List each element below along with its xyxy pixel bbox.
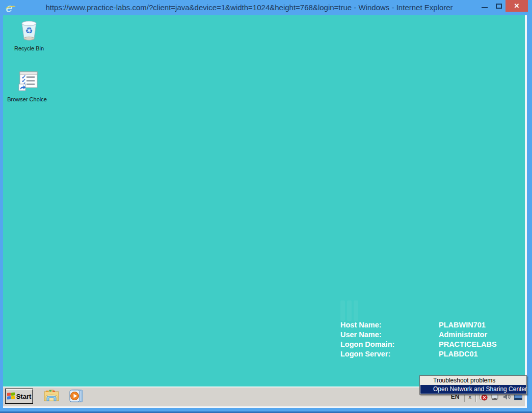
bginfo-value: PLABWIN701 (439, 320, 486, 330)
desktop-icon-label: Recycle Bin (7, 45, 51, 51)
bginfo-label: User Name: (340, 330, 439, 340)
desktop-icon-browser-choice[interactable]: ✓ ✓ ✓ Browser Choice (5, 69, 49, 102)
window-edge-bottom (3, 406, 527, 408)
maximize-icon (496, 4, 502, 9)
internet-explorer-icon[interactable]: e (5, 2, 16, 14)
windows-explorer-icon[interactable] (43, 389, 60, 406)
bginfo-label: Logon Server: (340, 349, 439, 359)
svg-text:♻: ♻ (25, 26, 33, 36)
recycle-bin-icon: ♻ (17, 18, 41, 45)
bginfo-row: User Name: Administrator (340, 330, 497, 340)
bginfo-label: Host Name: (340, 320, 439, 330)
desktop-icon-recycle-bin[interactable]: ♻ Recycle Bin (7, 18, 51, 51)
start-button-label: Start (16, 393, 32, 400)
menu-item-open-network-sharing-center[interactable]: Open Network and Sharing Center (420, 385, 526, 394)
close-button[interactable]: ✕ (506, 0, 528, 12)
bginfo-row: Logon Domain: PRACTICELABS (340, 340, 497, 349)
window-title: https://www.practice-labs.com/?client=ja… (26, 0, 472, 15)
bginfo-row: Host Name: PLABWIN701 (340, 320, 497, 330)
minimize-button[interactable] (478, 0, 491, 12)
maximize-button[interactable] (492, 0, 506, 12)
bginfo-value: PLABDC01 (439, 349, 478, 359)
media-player-icon[interactable] (68, 389, 85, 406)
bginfo-value: Administrator (439, 330, 487, 340)
bginfo-block: Host Name: PLABWIN701 User Name: Adminis… (340, 320, 497, 359)
desktop-icon-label: Browser Choice (5, 96, 49, 102)
ie-swoosh (5, 5, 16, 11)
menu-item-troubleshoot-problems[interactable]: Troubleshoot problems (420, 376, 526, 385)
ie-window: e https://www.practice-labs.com/?client=… (0, 0, 532, 413)
minimize-icon (482, 7, 488, 8)
window-edge-right (525, 15, 527, 406)
bginfo-row: Logon Server: PLABDC01 (340, 349, 497, 359)
bginfo-label: Logon Domain: (340, 340, 439, 349)
browser-choice-icon: ✓ ✓ ✓ (15, 69, 39, 96)
context-menu: Troubleshoot problems Open Network and S… (419, 375, 527, 395)
title-bar: e https://www.practice-labs.com/?client=… (0, 0, 532, 15)
faint-watermark (340, 300, 371, 322)
windows-flag-icon (7, 392, 15, 400)
bginfo-value: PRACTICELABS (439, 340, 497, 349)
start-button[interactable]: Start (5, 389, 33, 404)
remote-desktop[interactable]: ♻ Recycle Bin ✓ ✓ ✓ (3, 15, 525, 387)
